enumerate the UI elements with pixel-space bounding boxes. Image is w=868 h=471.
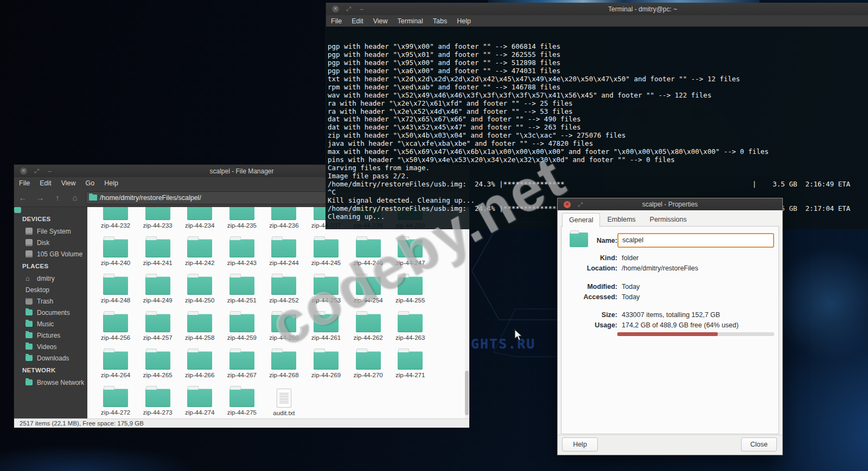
folder-icon xyxy=(271,239,296,257)
file-item[interactable]: zip-44-233 xyxy=(137,207,179,229)
file-item[interactable]: zip-44-251 xyxy=(221,276,263,304)
file-item[interactable]: zip-44-266 xyxy=(178,351,221,378)
tab-permissions[interactable]: Permissions xyxy=(643,212,694,227)
sidebar-item-pictures[interactable]: Pictures xyxy=(14,330,87,341)
menu-item-go[interactable]: Go xyxy=(81,178,100,188)
sidebar-item-downloads[interactable]: Downloads xyxy=(14,352,87,364)
up-icon[interactable]: ↑ xyxy=(49,193,66,202)
file-item[interactable]: zip-44-271 xyxy=(389,351,431,378)
scrollbar-track[interactable] xyxy=(465,207,469,418)
file-item[interactable]: zip-44-256 xyxy=(94,314,137,341)
file-manager-content: zip-44-232zip-44-233zip-44-234zip-44-235… xyxy=(87,207,469,418)
wallpaper-glow xyxy=(0,428,380,471)
file-item[interactable]: zip-44-236 xyxy=(263,207,305,229)
menu-item-edit[interactable]: Edit xyxy=(347,16,368,26)
file-item[interactable]: zip-44-259 xyxy=(221,314,263,341)
home-icon[interactable]: ⌂ xyxy=(66,193,84,202)
file-item[interactable]: zip-44-274 xyxy=(178,389,221,416)
menu-item-file[interactable]: File xyxy=(14,178,35,188)
file-item[interactable]: zip-44-253 xyxy=(305,276,347,304)
scrollbar-thumb[interactable] xyxy=(465,371,469,415)
help-button[interactable]: Help xyxy=(562,437,598,451)
file-item[interactable]: audit.txt xyxy=(263,389,305,416)
sidebar-item-desktop[interactable]: Desktop xyxy=(14,284,87,295)
status-bar: 2517 items (22,1 MB), Free space: 175,9 … xyxy=(14,418,469,428)
file-item[interactable]: zip-44-264 xyxy=(94,351,137,378)
sidebar-item-trash[interactable]: Trash xyxy=(14,295,87,307)
file-item[interactable]: zip-44-261 xyxy=(305,314,347,341)
file-item-label: zip-44-235 xyxy=(221,222,263,229)
sidebar-item-disk[interactable]: Disk xyxy=(14,237,87,248)
sidebar-item-browse-network[interactable]: Browse Network xyxy=(14,377,87,388)
folder-icon xyxy=(25,332,33,338)
file-item[interactable]: zip-44-268 xyxy=(263,351,305,378)
file-item[interactable]: zip-44-272 xyxy=(94,389,137,416)
drive-icon xyxy=(25,250,33,257)
file-item[interactable]: zip-44-246 xyxy=(347,239,390,266)
file-item-label: zip-44-253 xyxy=(305,297,347,304)
file-item[interactable]: zip-44-255 xyxy=(389,276,431,304)
file-item[interactable]: zip-44-275 xyxy=(221,389,263,416)
file-item[interactable]: zip-44-248 xyxy=(94,276,137,304)
file-item[interactable]: zip-44-252 xyxy=(263,276,305,304)
tab-general[interactable]: General xyxy=(562,213,600,227)
file-item[interactable]: zip-44-242 xyxy=(178,239,221,266)
folder-icon xyxy=(145,389,170,407)
file-item[interactable]: zip-44-234 xyxy=(178,207,221,229)
sidebar-item-file-system[interactable]: File System xyxy=(14,225,87,237)
sidebar-item-documents[interactable]: Documents xyxy=(14,307,87,318)
file-item[interactable]: zip-44-258 xyxy=(178,314,221,341)
file-item[interactable]: zip-44-247 xyxy=(389,239,431,266)
file-item[interactable]: zip-44-232 xyxy=(94,207,137,229)
sidebar-item-label: Pictures xyxy=(37,332,60,339)
tab-emblems[interactable]: Emblems xyxy=(600,212,642,227)
menu-item-file[interactable]: File xyxy=(326,16,347,26)
file-item[interactable]: zip-44-273 xyxy=(137,389,179,416)
menu-item-terminal[interactable]: Terminal xyxy=(393,16,428,26)
menu-item-view[interactable]: View xyxy=(368,16,393,26)
file-item[interactable]: zip-44-249 xyxy=(137,276,179,304)
back-icon[interactable]: ← xyxy=(14,193,31,202)
sidebar-item-label: 105 GB Volume xyxy=(37,250,82,258)
menu-item-help[interactable]: Help xyxy=(99,178,123,188)
menu-item-view[interactable]: View xyxy=(56,178,81,188)
file-item[interactable]: zip-44-243 xyxy=(221,239,263,266)
file-item[interactable]: zip-44-269 xyxy=(305,351,347,378)
close-button[interactable]: Close xyxy=(741,437,777,451)
file-item[interactable]: zip-44-245 xyxy=(305,239,347,266)
file-item[interactable]: zip-44-244 xyxy=(263,239,305,266)
forward-icon[interactable]: → xyxy=(31,193,49,202)
terminal-titlebar[interactable]: ✕ ⤢ – Terminal - dmitry@pc: ~ xyxy=(326,3,868,15)
file-item-label: zip-44-245 xyxy=(305,260,347,266)
file-item[interactable]: zip-44-260 xyxy=(263,314,305,341)
restore-icon[interactable]: ⤢ xyxy=(345,5,352,12)
file-item[interactable]: zip-44-267 xyxy=(221,351,263,378)
menu-item-edit[interactable]: Edit xyxy=(35,178,56,188)
file-item-label: zip-44-244 xyxy=(263,260,305,266)
file-item[interactable]: zip-44-265 xyxy=(137,351,179,378)
folder-icon xyxy=(145,207,170,220)
minimize-icon[interactable]: – xyxy=(358,5,365,12)
file-item[interactable]: zip-44-270 xyxy=(347,351,390,378)
file-item[interactable]: zip-44-262 xyxy=(347,314,390,341)
sidebar-item-label: Downloads xyxy=(37,354,69,362)
close-icon[interactable]: ✕ xyxy=(332,5,339,12)
file-item[interactable]: zip-44-263 xyxy=(389,314,431,341)
properties-titlebar[interactable]: ✕ ⤢ scalpel - Properties xyxy=(558,198,782,210)
file-item[interactable]: zip-44-250 xyxy=(178,276,221,304)
name-input[interactable]: scalpel xyxy=(617,233,774,248)
menu-item-help[interactable]: Help xyxy=(452,16,476,26)
sidebar-item-dmitry[interactable]: ⌂dmitry xyxy=(14,273,87,284)
drive-icon xyxy=(25,228,33,235)
file-item[interactable]: zip-44-241 xyxy=(137,239,179,266)
size-row: Size:433007 items, totalling 152,7 GB xyxy=(566,311,774,320)
file-item[interactable]: zip-44-254 xyxy=(347,276,390,304)
folder-icon xyxy=(89,195,97,201)
menu-item-tabs[interactable]: Tabs xyxy=(428,16,452,26)
sidebar-item-videos[interactable]: Videos xyxy=(14,341,87,352)
sidebar-item-music[interactable]: Music xyxy=(14,318,87,330)
file-item[interactable]: zip-44-240 xyxy=(94,239,137,266)
file-item[interactable]: zip-44-235 xyxy=(221,207,263,229)
sidebar-item-105-gb-volume[interactable]: 105 GB Volume xyxy=(14,248,87,260)
file-item[interactable]: zip-44-257 xyxy=(137,314,179,341)
